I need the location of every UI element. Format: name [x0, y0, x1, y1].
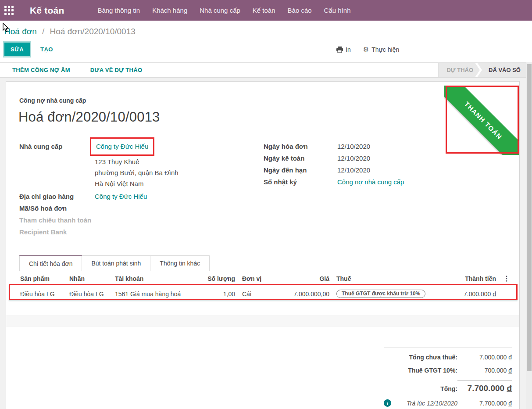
currency-symbol: đ — [507, 384, 512, 393]
cell-product: Điều hòa LG — [14, 286, 66, 301]
accounting-date-value[interactable]: 12/10/2020 — [337, 152, 370, 164]
vendor-label: Nhà cung cấp — [19, 140, 95, 189]
control-panel-buttons: SỬA TẠO In ⚙ Thực hiện — [0, 41, 532, 57]
invoice-date-label: Ngày hóa đơn — [264, 140, 337, 152]
cell-label: Điều hòa LG — [66, 286, 111, 301]
recipient-bank-field: Recipient Bank — [19, 226, 264, 238]
due-date-value[interactable]: 12/10/2020 — [337, 164, 370, 176]
nav-item-vendors[interactable]: Nhà cung cấp — [193, 0, 246, 21]
invoice-sheet: THANH TOÁN Công nợ nhà cung cấp Hoá đơn/… — [6, 81, 520, 409]
accounting-date-label: Ngày kế toán — [264, 152, 337, 164]
payment-ref-label: Tham chiếu thanh toán — [19, 214, 95, 226]
status-step-draft[interactable]: DỰ THẢO — [439, 63, 480, 77]
payment-info-row: i Trả lúc 12/10/2020 7.700.000 đ — [384, 399, 512, 407]
invoice-ref-label: Mã/Số hoá đơn — [19, 202, 95, 214]
kebab-menu-icon[interactable]: ⋮ — [500, 271, 512, 286]
table-header-row: Sản phẩm Nhãn Tài khoản Số lượng Đơn vị … — [14, 271, 512, 286]
invoice-ref-field: Mã/Số hoá đơn — [19, 202, 264, 214]
nav-item-accounting[interactable]: Kế toán — [246, 0, 282, 21]
empty-row-striped — [6, 315, 519, 327]
total-label: Tổng: — [440, 385, 457, 392]
currency-symbol: đ — [508, 400, 512, 407]
grand-total-row: Tổng: 7.700.000 đ — [384, 380, 512, 393]
apps-grid-icon[interactable] — [4, 6, 14, 15]
recipient-bank-label: Recipient Bank — [19, 226, 95, 238]
edit-button[interactable]: SỬA — [4, 43, 30, 56]
action-menu-button[interactable]: ⚙ Thực hiện — [363, 46, 400, 53]
reset-to-draft-button[interactable]: ĐƯA VỀ DỰ THẢO — [90, 67, 142, 73]
create-button[interactable]: TẠO — [40, 46, 53, 53]
currency-symbol: đ — [508, 354, 512, 361]
tax-label: Thuế GTGT 10%: — [408, 367, 457, 374]
cell-quantity: 1,00 — [199, 286, 239, 301]
status-steps: DỰ THẢO ĐÃ VÀO SỔ — [438, 63, 528, 77]
invoice-lines-table-wrap: Sản phẩm Nhãn Tài khoản Số lượng Đơn vị … — [14, 271, 512, 327]
col-account[interactable]: Tài khoản — [111, 271, 199, 286]
left-field-group: Nhà cung cấp Công ty Đức Hiếu 123 Thụy K… — [19, 140, 264, 238]
cell-price: 7.000.000,00 — [282, 286, 333, 301]
invoice-line-row[interactable]: Điều hòa LG Điều hòa LG 1561 Giá mua hàn… — [14, 286, 512, 301]
nav-item-configuration[interactable]: Cấu hình — [318, 0, 357, 21]
tab-other-info[interactable]: Thông tin khác — [150, 255, 210, 271]
paid-on-label: Trả lúc 12/10/2020 — [407, 400, 457, 407]
print-button[interactable]: In — [336, 46, 351, 53]
untaxed-value: 7.000.000 đ — [457, 354, 512, 361]
main-menu: Bảng thông tin Khách hàng Nhà cung cấp K… — [91, 0, 357, 21]
tax-total-row: Thuế GTGT 10%: 700.000 đ — [384, 367, 512, 374]
vendor-address-line: Hà Nội Việt Nam — [95, 178, 179, 189]
app-brand[interactable]: Kế toán — [30, 5, 64, 16]
notebook-tabs: Chi tiết hóa đơn Bút toán phát sinh Thôn… — [14, 255, 512, 271]
paid-value: 7.700.000 đ — [457, 400, 512, 407]
vendor-link[interactable]: Công ty Đức Hiếu — [96, 143, 148, 150]
invoice-date-value[interactable]: 12/10/2020 — [337, 140, 370, 152]
scrollbar-thumb[interactable] — [527, 64, 532, 371]
printer-icon — [336, 47, 343, 53]
col-product[interactable]: Sản phẩm — [14, 271, 66, 286]
action-menu-label: Thực hiện — [371, 46, 399, 53]
statusbar: THÊM CÔNG NỢ ÂM ĐƯA VỀ DỰ THẢO DỰ THẢO Đ… — [0, 62, 532, 78]
breadcrumb: Hoá đơn / Hoá đơn/2020/10/0013 — [0, 21, 532, 37]
totals-panel: Tổng chưa thuế: 7.000.000 đ Thuế GTGT 10… — [384, 348, 512, 409]
annotation-box-vendor: Công ty Đức Hiếu — [90, 137, 154, 156]
currency-symbol: đ — [508, 367, 512, 374]
journal-link[interactable]: Công nợ nhà cung cấp — [337, 178, 404, 186]
col-quantity[interactable]: Số lượng — [199, 271, 239, 286]
document-type-label: Công nợ nhà cung cấp — [19, 97, 512, 104]
info-icon[interactable]: i — [384, 399, 391, 407]
tab-journal-items[interactable]: Bút toán phát sinh — [82, 255, 150, 271]
untaxed-total-row: Tổng chưa thuế: 7.000.000 đ — [384, 354, 512, 361]
paid-ribbon: THANH TOÁN — [444, 86, 519, 155]
field-groups: Nhà cung cấp Công ty Đức Hiếu 123 Thụy K… — [14, 140, 512, 238]
print-label: In — [346, 46, 351, 53]
col-label[interactable]: Nhãn — [66, 271, 111, 286]
cell-account: 1561 Giá mua hàng hoá — [111, 286, 199, 301]
due-date-field: Ngày đến hạn 12/10/2020 — [264, 164, 512, 176]
control-panel-actions: In ⚙ Thực hiện — [336, 41, 399, 57]
breadcrumb-current: Hoá đơn/2020/10/0013 — [50, 27, 136, 36]
tab-invoice-lines[interactable]: Chi tiết hóa đơn — [19, 255, 82, 271]
delivery-address-label: Địa chỉ giao hàng — [19, 190, 95, 202]
tax-badge: Thuế GTGT được khấu trừ 10% — [336, 290, 425, 298]
gear-icon: ⚙ — [363, 46, 369, 53]
top-navbar: Kế toán Bảng thông tin Khách hàng Nhà cu… — [0, 0, 532, 21]
status-step-posted[interactable]: ĐÃ VÀO SỔ — [477, 63, 528, 77]
vertical-scrollbar[interactable] — [526, 62, 532, 409]
payment-ref-field: Tham chiếu thanh toán — [19, 214, 264, 226]
add-credit-note-button[interactable]: THÊM CÔNG NỢ ÂM — [12, 67, 70, 73]
nav-item-dashboard[interactable]: Bảng thông tin — [91, 0, 146, 21]
empty-row — [14, 301, 512, 315]
nav-item-reports[interactable]: Báo cáo — [282, 0, 318, 21]
mouse-cursor-icon — [3, 23, 10, 32]
nav-item-customers[interactable]: Khách hàng — [146, 0, 193, 21]
right-field-group: Ngày hóa đơn 12/10/2020 Ngày kế toán 12/… — [264, 140, 512, 238]
col-subtotal[interactable]: Thành tiền — [439, 271, 500, 286]
col-tax[interactable]: Thuế — [333, 271, 439, 286]
col-uom[interactable]: Đơn vị — [239, 271, 282, 286]
delivery-address-link[interactable]: Công ty Đức Hiếu — [95, 193, 147, 200]
untaxed-label: Tổng chưa thuế: — [409, 354, 457, 361]
cell-subtotal: 7.000.000 đ — [439, 286, 500, 301]
currency-symbol: đ — [493, 291, 496, 298]
col-price[interactable]: Giá — [282, 271, 333, 286]
statusbar-buttons: THÊM CÔNG NỢ ÂM ĐƯA VỀ DỰ THẢO — [0, 63, 142, 77]
due-date-label: Ngày đến hạn — [264, 164, 337, 176]
